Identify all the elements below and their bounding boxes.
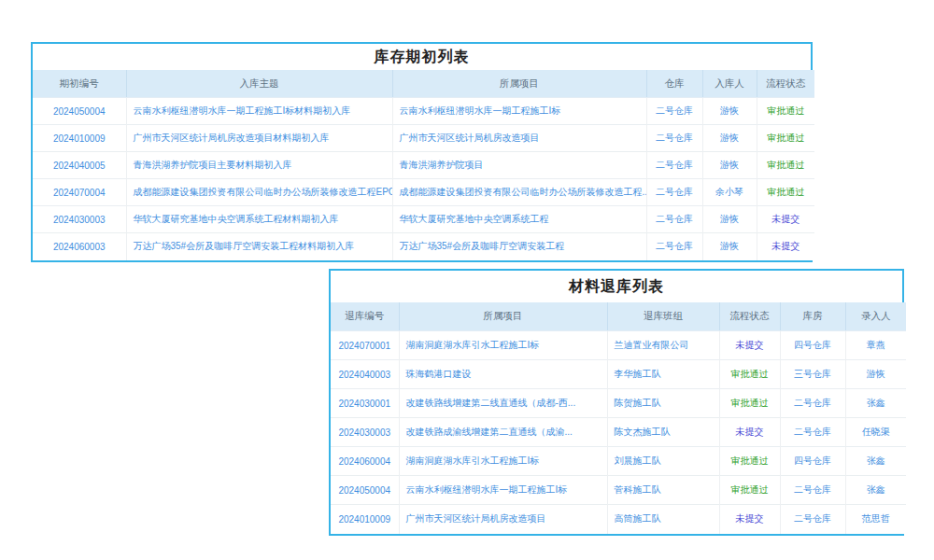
cell-status: 未提交 (719, 331, 780, 360)
header-row: 期初编号入库主题所属项目仓库入库人流程状态 (33, 70, 814, 98)
cell-record-id[interactable]: 2024030003 (331, 418, 399, 447)
cell-team: 刘晨施工队 (607, 447, 719, 476)
cell-project: 万达广场35#会所及咖啡厅空调安装工程 (392, 233, 646, 260)
cell-record-id[interactable]: 2024010009 (33, 125, 126, 152)
cell-project: 广州市天河区统计局机房改造项目 (399, 505, 607, 534)
inventory-opening-title: 库存期初列表 (33, 44, 811, 70)
cell-team: 高筒施工队 (607, 505, 719, 534)
cell-status: 审批通过 (757, 98, 814, 125)
cell-project: 广州市天河区统计局机房改造项目 (392, 125, 646, 152)
cell-warehouse: 二号仓库 (646, 98, 702, 125)
cell-warehouse: 四号仓库 (780, 331, 845, 360)
cell-warehouse: 二号仓库 (646, 206, 702, 233)
cell-record-id[interactable]: 2024050004 (331, 476, 399, 505)
cell-subject: 成都能源建设集团投资有限公司临时办公场所装修改造工程EPC... (126, 179, 392, 206)
cell-operator: 章燕 (845, 331, 906, 360)
cell-project: 珠海鹤港口建设 (399, 360, 607, 389)
cell-record-id[interactable]: 2024060004 (331, 447, 399, 476)
table-row: 2024060003万达广场35#会所及咖啡厅空调安装工程材料期初入库万达广场3… (33, 233, 814, 260)
table-row: 2024010009广州市天河区统计局机房改造项目材料期初入库广州市天河区统计局… (33, 125, 814, 152)
cell-record-id[interactable]: 2024030001 (331, 389, 399, 418)
table-row: 2024040005青海洪湖养护院项目主要材料期初入库青海洪湖养护院项目二号仓库… (33, 152, 814, 179)
cell-project: 湖南洞庭湖水库引水工程施工I标 (399, 331, 607, 360)
column-header-operator: 入库人 (702, 70, 757, 98)
header-row: 退库编号所属项目退库班组流程状态库房录入人 (331, 302, 906, 331)
column-header-warehouse: 仓库 (646, 70, 702, 98)
inventory-opening-table: 期初编号入库主题所属项目仓库入库人流程状态2024050004云南水利枢纽潜明水… (33, 70, 814, 260)
cell-project: 改建铁路成渝线增建第二直通线（成渝... (399, 418, 607, 447)
column-header-status: 流程状态 (757, 70, 814, 98)
cell-operator: 张鑫 (845, 389, 906, 418)
column-header-warehouse: 库房 (780, 302, 845, 331)
cell-status: 未提交 (719, 505, 780, 534)
cell-status: 审批通过 (719, 447, 780, 476)
cell-subject: 青海洪湖养护院项目主要材料期初入库 (126, 152, 392, 179)
table-row: 2024070001湖南洞庭湖水库引水工程施工I标兰迪置业有限公司未提交四号仓库… (331, 331, 906, 360)
table-row: 2024030001改建铁路线增建第二线直通线（成都-西...陈贺施工队审批通过… (331, 389, 906, 418)
table-row: 2024050004云南水利枢纽潜明水库一期工程施工I标菅科施工队审批通过二号仓… (331, 476, 906, 505)
material-return-table: 退库编号所属项目退库班组流程状态库房录入人2024070001湖南洞庭湖水库引水… (331, 302, 906, 534)
cell-record-id[interactable]: 2024070004 (33, 179, 126, 206)
column-header-project: 所属项目 (399, 302, 607, 331)
table-row: 2024030003华软大厦研究基地中央空调系统工程材料期初入库华软大厦研究基地… (33, 206, 814, 233)
cell-team: 陈文杰施工队 (607, 418, 719, 447)
material-return-title: 材料退库列表 (331, 271, 902, 302)
cell-operator: 游恢 (702, 233, 757, 260)
cell-operator: 余小琴 (702, 179, 757, 206)
cell-operator: 游恢 (702, 206, 757, 233)
table-row: 2024070004成都能源建设集团投资有限公司临时办公场所装修改造工程EPC.… (33, 179, 814, 206)
table-row: 2024010009广州市天河区统计局机房改造项目高筒施工队未提交二号仓库范思哲 (331, 505, 906, 534)
cell-warehouse: 二号仓库 (780, 476, 845, 505)
column-header-record-id: 期初编号 (33, 70, 126, 98)
cell-warehouse: 三号仓库 (780, 360, 845, 389)
cell-team: 兰迪置业有限公司 (607, 331, 719, 360)
cell-project: 云南水利枢纽潜明水库一期工程施工I标 (392, 98, 646, 125)
column-header-operator: 录入人 (845, 302, 906, 331)
cell-project: 青海洪湖养护院项目 (392, 152, 646, 179)
cell-project: 成都能源建设集团投资有限公司临时办公场所装修改造工程... (392, 179, 646, 206)
table-row: 2024030003改建铁路成渝线增建第二直通线（成渝...陈文杰施工队未提交二… (331, 418, 906, 447)
cell-operator: 游恢 (702, 125, 757, 152)
cell-operator: 游恢 (702, 98, 757, 125)
cell-record-id[interactable]: 2024030003 (33, 206, 126, 233)
cell-operator: 游恢 (702, 152, 757, 179)
cell-project: 改建铁路线增建第二线直通线（成都-西... (399, 389, 607, 418)
cell-status: 审批通过 (757, 152, 814, 179)
cell-status: 审批通过 (719, 476, 780, 505)
cell-team: 陈贺施工队 (607, 389, 719, 418)
cell-status: 未提交 (757, 206, 814, 233)
cell-record-id[interactable]: 2024040003 (331, 360, 399, 389)
cell-warehouse: 四号仓库 (780, 447, 845, 476)
cell-record-id[interactable]: 2024010009 (331, 505, 399, 534)
material-return-panel: 材料退库列表 退库编号所属项目退库班组流程状态库房录入人2024070001湖南… (329, 269, 904, 536)
cell-warehouse: 二号仓库 (646, 152, 702, 179)
cell-record-id[interactable]: 2024060003 (33, 233, 126, 260)
cell-team: 菅科施工队 (607, 476, 719, 505)
inventory-opening-panel: 库存期初列表 期初编号入库主题所属项目仓库入库人流程状态2024050004云南… (31, 42, 813, 262)
cell-project: 云南水利枢纽潜明水库一期工程施工I标 (399, 476, 607, 505)
cell-warehouse: 二号仓库 (780, 389, 845, 418)
column-header-project: 所属项目 (392, 70, 646, 98)
cell-subject: 云南水利枢纽潜明水库一期工程施工I标材料期初入库 (126, 98, 392, 125)
table-row: 2024060004湖南洞庭湖水库引水工程施工I标刘晨施工队审批通过四号仓库张鑫 (331, 447, 906, 476)
cell-status: 未提交 (719, 418, 780, 447)
cell-status: 审批通过 (719, 360, 780, 389)
cell-record-id[interactable]: 2024070001 (331, 331, 399, 360)
cell-warehouse: 二号仓库 (646, 233, 702, 260)
cell-operator: 范思哲 (845, 505, 906, 534)
cell-subject: 广州市天河区统计局机房改造项目材料期初入库 (126, 125, 392, 152)
cell-subject: 万达广场35#会所及咖啡厅空调安装工程材料期初入库 (126, 233, 392, 260)
cell-operator: 张鑫 (845, 447, 906, 476)
cell-record-id[interactable]: 2024040005 (33, 152, 126, 179)
cell-status: 审批通过 (757, 125, 814, 152)
cell-status: 未提交 (757, 233, 814, 260)
column-header-record-id: 退库编号 (331, 302, 399, 331)
cell-status: 审批通过 (719, 389, 780, 418)
cell-status: 审批通过 (757, 179, 814, 206)
cell-operator: 游恢 (845, 360, 906, 389)
table-row: 2024050004云南水利枢纽潜明水库一期工程施工I标材料期初入库云南水利枢纽… (33, 98, 814, 125)
cell-operator: 任晓渠 (845, 418, 906, 447)
cell-subject: 华软大厦研究基地中央空调系统工程材料期初入库 (126, 206, 392, 233)
cell-record-id[interactable]: 2024050004 (33, 98, 126, 125)
cell-warehouse: 二号仓库 (646, 125, 702, 152)
